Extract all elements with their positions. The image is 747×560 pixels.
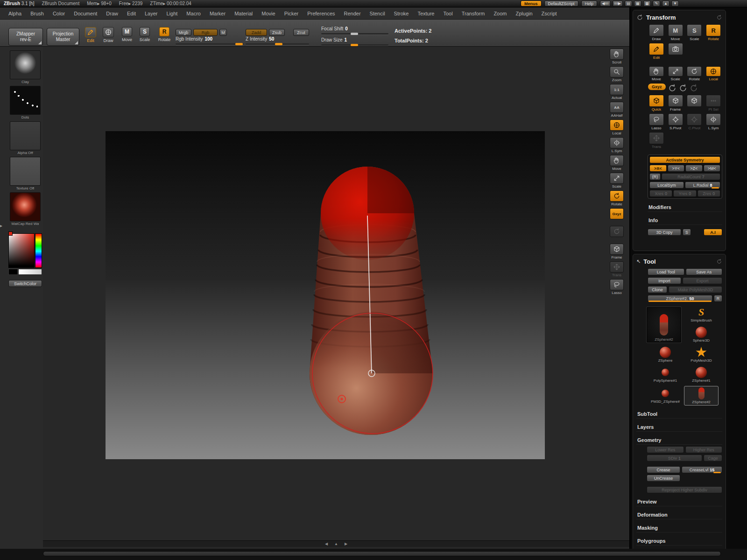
tool-section-header[interactable]: Masking (636, 524, 722, 532)
zadd-button[interactable]: Zadd (246, 29, 267, 36)
left-tray-expander[interactable]: ▸ (0, 223, 2, 228)
clone-button[interactable]: Clone (648, 286, 667, 293)
transform-quick-button[interactable]: Pt Sel (705, 95, 722, 112)
slider-handle[interactable] (351, 33, 358, 35)
load-tool-button[interactable]: Load Tool (648, 268, 684, 275)
down-icon[interactable] (671, 0, 679, 7)
menu-item[interactable]: Macro (186, 11, 201, 16)
menu-item[interactable]: Zscript (542, 11, 557, 16)
shelf-move-button[interactable]: M Move (120, 27, 134, 46)
canvas-tray-button[interactable]: L.Sym (606, 137, 627, 154)
r-button[interactable]: R (714, 295, 722, 302)
canvas-area[interactable]: Scroll Zoom 1:1 Actual (43, 47, 629, 549)
default-zscript-button[interactable]: DefaultZScript (544, 0, 578, 7)
menu-item[interactable]: Picker (284, 11, 299, 16)
left-tray-swatch[interactable]: Clay (8, 50, 42, 84)
menu-item[interactable]: Preferences (307, 11, 335, 16)
res-slider[interactable]: Xres 0 (649, 190, 672, 197)
menu-item[interactable]: Light (167, 11, 178, 16)
pager-left-icon[interactable] (600, 0, 610, 7)
shelf-edit-button[interactable]: Edit (83, 27, 98, 46)
transform-quick-button[interactable] (686, 95, 704, 107)
symmetry-axis-button[interactable]: >M< (704, 165, 721, 172)
crease-button[interactable]: Crease (647, 466, 680, 473)
z-intensity-slider[interactable]: Z Intensity50 (246, 36, 309, 46)
canvas-tray-button[interactable]: Scroll (606, 49, 627, 65)
shelf-scale-button[interactable]: S Scale (137, 27, 152, 46)
menu-item[interactable]: Tool (443, 11, 452, 16)
tool-inventory-item[interactable]: PM3D_ZSphere# (647, 387, 684, 405)
menu-item[interactable]: Color (53, 11, 65, 16)
res-slider[interactable]: Yres 0 (673, 190, 696, 197)
tool-inventory-item[interactable]: ZSphere#1 (684, 366, 719, 384)
zsub-button[interactable]: Zsub (269, 29, 285, 36)
rotate-z-icon[interactable] (689, 84, 698, 93)
slider-handle[interactable] (275, 43, 282, 45)
reproject-button[interactable]: Reproject Higher Subdiv (647, 486, 722, 493)
menu-item[interactable]: Zplugin (516, 11, 533, 16)
tool-palette-header[interactable]: ↖ Tool (636, 256, 722, 266)
menu-item[interactable]: Stencil (370, 11, 385, 16)
zmapper-button[interactable]: ZMapper rev-E (8, 28, 43, 46)
uncrease-button[interactable]: UnCrease (647, 475, 680, 482)
transform-mode-button[interactable]: M Move (667, 24, 684, 41)
canvas-tray-button[interactable] (606, 226, 627, 242)
tool-section-header[interactable]: Preview (636, 497, 722, 506)
left-tray-swatch[interactable]: Alpha Off (8, 121, 42, 155)
3d-copy-button[interactable]: 3D Copy (648, 229, 681, 236)
palette-reset-icon[interactable] (716, 259, 722, 265)
up-icon[interactable] (662, 0, 669, 7)
import-button[interactable]: Import (648, 277, 681, 284)
zsphere-model[interactable] (106, 131, 545, 459)
tool-section-header[interactable]: Deformation (636, 511, 722, 519)
transform-palette-header[interactable]: Transform (636, 12, 722, 22)
transform-axis-button[interactable]: Local (705, 66, 722, 81)
gxyz-button[interactable]: Gxyz (648, 83, 666, 91)
scroll-handle-icon[interactable]: ▲ (334, 542, 338, 546)
pager-right-icon[interactable] (613, 0, 623, 7)
s-button[interactable]: S (683, 229, 691, 236)
transform-pivot-button[interactable]: S.Pivot (667, 113, 684, 130)
res-slider[interactable]: Zres 0 (698, 190, 720, 197)
make-polymesh3d-button[interactable]: Make PolyMesh3D (669, 286, 722, 293)
crease-level-slider[interactable]: CreaseLvl 15 (682, 466, 722, 473)
horizontal-scrollbar[interactable]: ◀ ▲ ▶ (43, 540, 629, 547)
tool-inventory-item[interactable]: PolySphere#1 (647, 366, 684, 384)
transform-pivot-button[interactable]: Lasso (648, 113, 665, 130)
geometry-section-header[interactable]: Geometry (636, 436, 722, 445)
document-canvas[interactable] (106, 131, 545, 459)
symmetry-axis-button[interactable]: >X< (649, 165, 667, 172)
tool-inventory-item[interactable]: SimpleBrush (684, 306, 719, 323)
edit-object-button[interactable]: Edit (648, 43, 665, 60)
left-tray-swatch[interactable]: MatCap Red Wa (8, 192, 42, 226)
menu-item[interactable]: Alpha (8, 11, 21, 16)
menu-item[interactable]: Material (234, 11, 253, 16)
saturation-value-square[interactable] (8, 233, 35, 268)
active-tool-slider[interactable]: ZSphere#2. 50 (648, 295, 712, 302)
projection-master-button[interactable]: Projection Master (47, 28, 79, 46)
lower-res-button[interactable]: Lower Res (647, 446, 684, 453)
transform-mode-button[interactable]: Draw (648, 24, 665, 41)
modifiers-section-header[interactable]: Modifiers (648, 203, 722, 212)
current-color-swatch[interactable] (8, 231, 13, 236)
transform-axis-button[interactable]: Move (648, 66, 665, 81)
canvas-tray-button[interactable]: Scale (606, 173, 627, 189)
scroll-right-icon[interactable]: ▶ (345, 542, 347, 546)
shelf-rotate-button[interactable]: R Rotate (157, 27, 172, 46)
rgb-button[interactable]: Rgb (193, 29, 218, 36)
screens-icon[interactable] (625, 0, 632, 7)
bottom-scrollbar[interactable] (43, 551, 721, 556)
menus-toggle-button[interactable]: Menus (521, 0, 542, 7)
transform-mode-button[interactable]: R Rotate (705, 24, 722, 41)
sdiv-slider[interactable]: SDiv 1 (647, 455, 702, 462)
scroll-left-icon[interactable]: ◀ (325, 542, 328, 546)
activate-symmetry-button[interactable]: Activate Symmetry (649, 156, 720, 163)
white-gradient-swatch[interactable] (18, 269, 42, 275)
menu-item[interactable]: Stroke (394, 11, 409, 16)
slider-handle[interactable] (351, 44, 358, 46)
screens-2-icon[interactable] (634, 0, 641, 7)
transform-axis-button[interactable]: Scale (667, 66, 684, 81)
canvas-tray-button[interactable]: AA AAHalf (606, 102, 627, 118)
grid-icon[interactable] (643, 0, 651, 7)
info-section-header[interactable]: Info (648, 216, 722, 225)
